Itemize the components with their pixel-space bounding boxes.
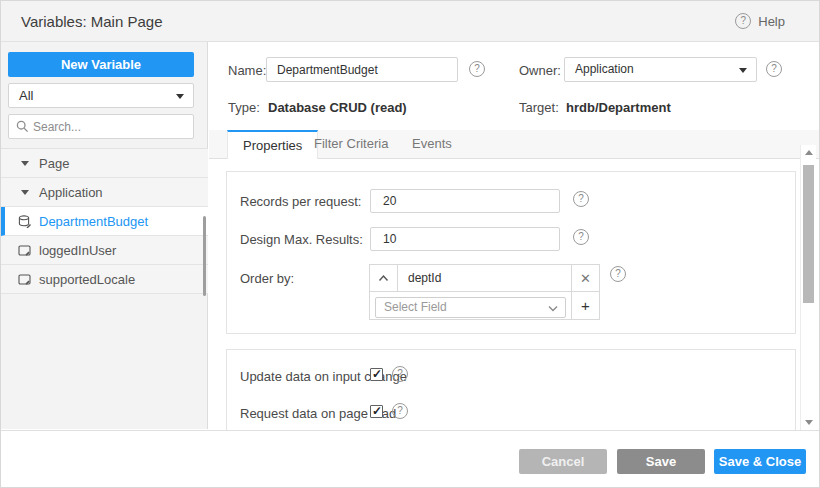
records-help-icon[interactable] — [573, 191, 589, 207]
properties-panel: Records per request: Design Max. Results… — [209, 159, 799, 430]
help-link[interactable]: Help — [735, 13, 785, 29]
cancel-button[interactable]: Cancel — [519, 449, 607, 474]
tree-group-application[interactable]: Application — [1, 178, 208, 207]
order-by-editor: deptId Select Field — [369, 264, 600, 320]
owner-selected-value: Application — [575, 62, 634, 76]
tree-group-page[interactable]: Page — [1, 149, 208, 178]
chevron-down-icon — [548, 305, 558, 312]
behavior-settings-card: Update data on input change Request data… — [226, 349, 796, 430]
chevron-down-icon — [176, 94, 184, 99]
request-on-load-checkbox[interactable] — [370, 405, 383, 418]
page-title: Variables: Main Page — [21, 13, 162, 30]
properties-scrollbar — [800, 145, 816, 433]
help-icon — [735, 13, 751, 29]
tree-item-label: supportedLocale — [39, 265, 135, 294]
tree-group-label: Application — [39, 178, 103, 207]
variable-search-box — [8, 114, 194, 139]
variable-filter-select[interactable]: All — [8, 83, 194, 108]
owner-label: Owner: — [519, 63, 570, 78]
request-on-load-help-icon[interactable] — [392, 403, 408, 419]
chevron-down-icon — [739, 68, 747, 73]
dialog-header: Variables: Main Page Help — [1, 1, 820, 42]
help-label: Help — [758, 14, 785, 29]
design-max-results-label: Design Max. Results: — [240, 232, 363, 247]
remove-sort-icon[interactable] — [571, 265, 599, 292]
owner-select[interactable]: Application — [564, 57, 757, 82]
sidebar-scrollbar-thumb[interactable] — [203, 216, 206, 296]
tree-item-label: loggedInUser — [39, 236, 116, 265]
select-field-dropdown[interactable]: Select Field — [375, 297, 566, 318]
new-variable-button[interactable]: New Variable — [8, 52, 194, 77]
target-value: hrdb/Department — [566, 100, 671, 115]
database-variable-icon — [18, 215, 31, 228]
tree-item-supportedlocale[interactable]: supportedLocale — [1, 265, 208, 294]
filter-selected-value: All — [19, 88, 33, 103]
tab-events[interactable]: Events — [397, 130, 467, 159]
variable-tabs: Properties Filter Criteria Events — [209, 130, 820, 159]
variables-dialog: Variables: Main Page Help New Variable A… — [0, 0, 820, 488]
design-max-help-icon[interactable] — [573, 229, 589, 245]
caret-down-icon — [21, 190, 29, 195]
records-per-request-label: Records per request: — [240, 194, 361, 209]
scroll-up-icon[interactable] — [805, 150, 813, 155]
type-label: Type: — [228, 100, 260, 115]
caret-down-icon — [21, 161, 29, 166]
order-by-row: deptId — [370, 265, 599, 292]
variable-summary-form: Name: Owner: Application Type: Database … — [209, 42, 820, 130]
type-value: Database CRUD (read) — [268, 100, 407, 115]
scrollbar-thumb[interactable] — [803, 165, 814, 303]
add-sort-icon[interactable] — [571, 292, 599, 319]
search-input[interactable] — [33, 116, 191, 137]
update-on-input-help-icon[interactable] — [392, 366, 408, 382]
variables-tree: Page Application DepartmentBudget — [1, 148, 208, 294]
data-settings-card: Records per request: Design Max. Results… — [226, 171, 796, 334]
design-max-results-input[interactable] — [370, 227, 560, 251]
name-help-icon[interactable] — [469, 61, 485, 77]
order-by-field-value: deptId — [408, 271, 441, 285]
variable-icon — [18, 244, 31, 257]
records-per-request-input[interactable] — [370, 189, 560, 213]
tree-group-label: Page — [39, 149, 69, 178]
owner-help-icon[interactable] — [766, 61, 782, 77]
order-by-label: Order by: — [240, 271, 294, 286]
save-button[interactable]: Save — [617, 449, 705, 474]
save-and-close-button[interactable]: Save & Close — [714, 449, 806, 474]
dialog-footer: Cancel Save Save & Close — [1, 430, 820, 488]
target-label: Target: — [519, 100, 559, 115]
search-icon — [16, 120, 29, 133]
sort-direction-button[interactable] — [370, 265, 398, 292]
update-on-input-checkbox[interactable] — [370, 368, 383, 381]
variable-icon — [18, 273, 31, 286]
variables-sidebar: New Variable All Page Application — [1, 42, 208, 429]
tree-item-loggedinuser[interactable]: loggedInUser — [1, 236, 208, 265]
tree-item-departmentbudget[interactable]: DepartmentBudget — [1, 207, 208, 236]
select-field-placeholder: Select Field — [384, 300, 447, 314]
name-input[interactable] — [266, 57, 458, 82]
order-by-help-icon[interactable] — [610, 266, 626, 282]
tab-filter-criteria[interactable]: Filter Criteria — [299, 130, 403, 159]
chevron-up-icon — [378, 274, 389, 282]
tree-item-label: DepartmentBudget — [39, 207, 148, 236]
scroll-down-icon[interactable] — [805, 420, 813, 425]
